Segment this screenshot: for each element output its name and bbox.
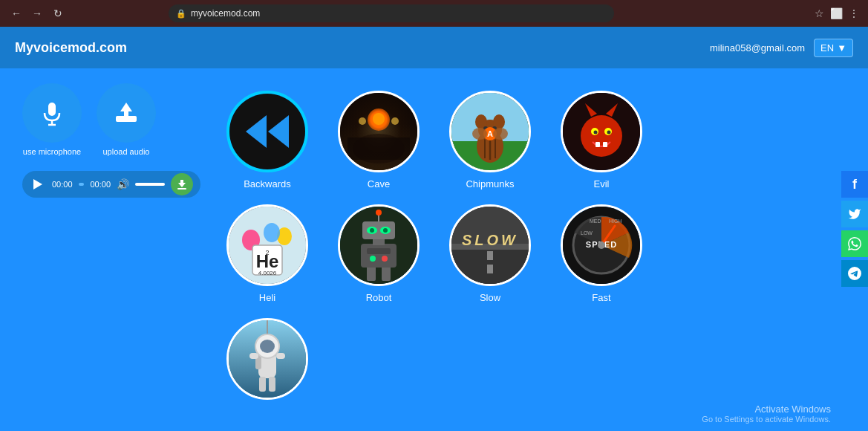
svg-rect-84 [259,377,266,392]
chipmunks-bg: A [451,93,529,170]
forward-button[interactable]: → [30,6,45,21]
fast-bg: LOW MED HIGH SPEED [563,207,640,284]
svg-point-35 [594,131,598,135]
effect-heli[interactable]: 2 He 4.0026 Heli [223,204,312,303]
upload-label: upload audio [102,147,149,156]
effect-fast[interactable]: LOW MED HIGH SPEED Fast [557,204,646,303]
activate-windows-notice: Activate Windows Go to Settings to activ… [702,404,831,424]
effect-label-fast: Fast [592,292,610,303]
upload-icon [113,100,140,126]
svg-rect-49 [382,266,391,281]
svg-rect-0 [48,103,56,116]
svg-text:A: A [487,129,493,138]
svg-point-28 [493,128,508,140]
lang-label: EN [820,42,834,54]
extension-icon[interactable]: ⬜ [830,7,843,19]
astronaut-scene [229,320,306,398]
effect-robot[interactable]: Robot [334,204,423,303]
telegram-icon [848,267,861,280]
whatsapp-button[interactable] [841,230,868,257]
back-button[interactable]: ← [9,6,24,21]
effect-circle-heli: 2 He 4.0026 [226,204,308,286]
svg-point-36 [607,131,611,135]
svg-text:He: He [256,251,279,271]
upload-button[interactable] [97,83,156,143]
slow-bg: SLOW [451,207,529,284]
download-button[interactable] [171,173,193,195]
svg-rect-37 [595,142,600,147]
backwards-bg [229,94,305,169]
browser-chrome: ← → ↻ 🔒 myvoicemod.com ☆ ⬜ ⋮ [0,0,868,27]
svg-rect-8 [177,188,186,189]
effect-label-backwards: Backwards [244,178,291,189]
svg-text:SLOW: SLOW [462,232,518,248]
microphone-icon [39,100,65,126]
arrow-left-2 [268,115,289,148]
svg-rect-83 [276,353,285,359]
effect-label-robot: Robot [366,292,392,303]
progress-bar[interactable] [79,183,85,186]
play-button[interactable] [30,176,46,192]
svg-point-9 [373,113,385,125]
svg-point-53 [382,256,388,262]
facebook-button[interactable]: f [841,171,868,198]
speaker-icon[interactable]: 🔊 [117,178,129,190]
user-email: milina058@gmail.com [710,42,805,54]
url-bar[interactable]: 🔒 myvoicemod.com [169,4,614,22]
effect-slow[interactable]: SLOW Slow [446,204,535,303]
svg-rect-85 [269,377,275,392]
lock-icon: 🔒 [176,9,186,19]
heli-scene: 2 He 4.0026 [229,207,306,284]
svg-rect-65 [487,265,493,273]
play-icon [33,179,42,189]
cave-bg [340,93,417,170]
effect-backwards[interactable]: Backwards [223,91,312,189]
svg-rect-13 [347,137,410,160]
audio-player: 00:00 00:00 🔊 [22,171,200,198]
chevron-down-icon: ▼ [837,42,846,54]
effect-label-evil: Evil [594,178,610,189]
svg-rect-64 [487,251,493,260]
star-icon[interactable]: ☆ [815,7,824,19]
svg-rect-5 [124,110,128,117]
svg-point-75 [598,242,605,249]
svg-point-30 [581,115,622,157]
activate-title: Activate Windows [702,404,831,415]
effect-circle-slow: SLOW [449,204,531,286]
right-panel: Backwards [215,83,846,416]
browser-actions: ☆ ⬜ ⋮ [815,7,859,19]
mic-section: use microphone [22,83,82,156]
effect-label-heli: Heli [259,292,275,303]
url-text: myvoicemod.com [191,8,260,19]
effect-label-chipmunks: Chipmunks [466,178,514,189]
svg-point-10 [359,117,366,125]
effect-cave[interactable]: Cave [334,91,423,189]
header-right: milina058@gmail.com EN ▼ [710,39,853,57]
logo: Myvoicemod.com [15,40,127,56]
svg-rect-38 [603,142,607,147]
effect-chipmunks[interactable]: A Chipmunks [446,91,535,189]
header: Myvoicemod.com milina058@gmail.com EN ▼ [0,27,868,68]
fast-scene: LOW MED HIGH SPEED [563,207,640,284]
mic-label: use microphone [23,147,81,156]
effect-label-slow: Slow [480,292,500,303]
svg-point-59 [383,228,388,233]
robot-scene [340,207,417,284]
telegram-button[interactable] [841,260,868,287]
svg-text:MED: MED [590,218,601,224]
language-selector[interactable]: EN ▼ [814,39,853,57]
evil-scene [563,93,640,170]
twitter-button[interactable] [841,201,868,227]
settings-icon[interactable]: ⋮ [849,7,859,19]
reload-button[interactable]: ↻ [50,6,65,21]
evil-bg [563,93,640,170]
effect-label-cave: Cave [368,178,390,189]
effect-astronaut[interactable] [223,318,312,406]
svg-rect-7 [180,180,183,184]
svg-rect-51 [367,248,391,254]
svg-rect-50 [361,244,397,268]
volume-bar[interactable] [135,183,165,186]
microphone-button[interactable] [22,83,82,143]
effect-evil[interactable]: Evil [557,91,646,189]
svg-point-61 [376,210,382,216]
